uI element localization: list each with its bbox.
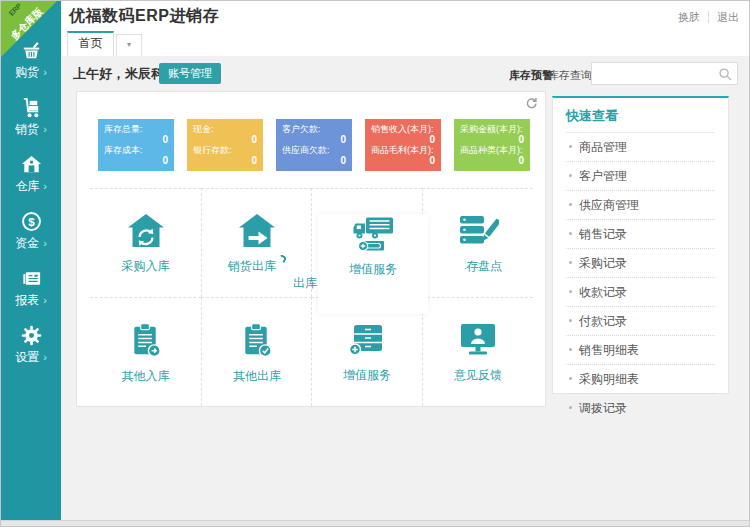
trolley-icon: [20, 96, 43, 119]
inventory-query-label: 库存查询: [548, 68, 592, 83]
funds-icon: $: [20, 210, 43, 233]
search-input[interactable]: [596, 64, 716, 83]
quick-view-item-customers[interactable]: 客户管理: [566, 162, 715, 191]
stat-label: 供应商欠款:: [282, 145, 346, 156]
chevron-right-icon: ›: [43, 237, 47, 249]
stat-value: 0: [282, 156, 346, 166]
quick-view-title: 快速查看: [566, 107, 715, 133]
quick-view-item-payments[interactable]: 付款记录: [566, 307, 715, 336]
quick-view-item-sales-records[interactable]: 销售记录: [566, 220, 715, 249]
quick-view-item-goods[interactable]: 商品管理: [566, 133, 715, 162]
shortcut-label: 销货出库: [228, 258, 276, 275]
chevron-right-icon: ›: [43, 180, 47, 192]
quick-view-item-suppliers[interactable]: 供应商管理: [566, 191, 715, 220]
quick-view-item-receipts[interactable]: 收款记录: [566, 278, 715, 307]
loading-spinner-icon: [277, 254, 288, 265]
sidebar-item-label: 设置: [15, 350, 39, 364]
drawers-plus-icon: [346, 322, 388, 358]
quick-view-item-transfer-records[interactable]: 调拨记录: [566, 394, 715, 422]
shortcut-label: 其他出库: [233, 368, 281, 385]
clipboard-out-icon: [239, 322, 275, 359]
chevron-right-icon: ›: [43, 66, 47, 78]
bullet-dot-icon: [569, 377, 572, 380]
stat-value: 0: [460, 135, 524, 145]
svg-text:$: $: [28, 216, 35, 228]
stat-label: 现金:: [193, 124, 257, 135]
bullet-dot-icon: [569, 348, 572, 351]
stat-value: 0: [282, 135, 346, 145]
tab-bar: 首页 ▾: [61, 31, 749, 56]
stat-value: 0: [193, 135, 257, 145]
footer-strip: [1, 520, 749, 526]
stocktake-icon: [457, 213, 499, 249]
content-area: 上午好，米辰科技 账号管理 库存预警 库存查询 库存总量: 0 库存成本:: [61, 56, 749, 520]
stat-label: 库存成本:: [104, 145, 168, 156]
quick-view-item-purchase-detail[interactable]: 采购明细表: [566, 365, 715, 394]
stat-label: 销售收入(本月):: [371, 124, 435, 135]
chevron-right-icon: ›: [43, 294, 47, 306]
bullet-dot-icon: [569, 290, 572, 293]
sidebar-item-settings[interactable]: 设置›: [1, 324, 61, 381]
tab-dropdown-caret-icon[interactable]: ▾: [116, 34, 142, 56]
sidebar-item-label: 资金: [15, 236, 39, 250]
topbar: 优福数码ERP进销存 换肤退出: [61, 1, 749, 31]
sidebar-item-reports[interactable]: 报表›: [1, 267, 61, 324]
erp-window: 购货› 销货› 仓库›: [0, 0, 750, 527]
stat-value: 0: [104, 135, 168, 145]
gear-icon: [20, 324, 43, 347]
tab-home[interactable]: 首页: [67, 31, 114, 56]
shortcut-feedback[interactable]: 意见反馈: [422, 297, 533, 406]
stat-card-receivables: 客户欠款: 0 供应商欠款: 0: [276, 119, 352, 171]
sidebar-item-label: 销货: [15, 122, 39, 136]
feedback-monitor-icon: [457, 322, 499, 358]
stat-value: 0: [104, 156, 168, 166]
sidebar-item-label: 报表: [15, 293, 39, 307]
bullet-dot-icon: [569, 406, 572, 409]
stat-label: 客户欠款:: [282, 124, 346, 135]
account-manage-button[interactable]: 账号管理: [159, 63, 221, 84]
stat-label: 银行存款:: [193, 145, 257, 156]
stat-card-sales-month: 销售收入(本月): 0 商品毛利(本月): 0: [365, 119, 441, 171]
bullet-dot-icon: [569, 261, 572, 264]
house-inbound-icon: [125, 213, 167, 249]
house-outbound-icon: [236, 213, 278, 249]
logout-link[interactable]: 退出: [708, 11, 739, 23]
bullet-dot-icon: [569, 203, 572, 206]
stat-value: 0: [371, 135, 435, 145]
truck-icon: [350, 216, 396, 254]
shortcut-purchase-inbound[interactable]: 采购入库: [90, 188, 201, 297]
sidebar-item-sales[interactable]: 销货›: [1, 96, 61, 153]
stat-label: 商品种类(本月):: [460, 145, 524, 156]
bullet-dot-icon: [569, 319, 572, 322]
bullet-dot-icon: [569, 145, 572, 148]
stat-cards: 库存总量: 0 库存成本: 0 现金: 0 银行存款: 0 客户欠款: 0 供应…: [98, 119, 530, 171]
stat-value: 0: [460, 156, 524, 166]
sidebar-item-funds[interactable]: $ 资金›: [1, 210, 61, 267]
page-title: 优福数码ERP进销存: [69, 6, 219, 27]
bullet-dot-icon: [569, 232, 572, 235]
stat-card-purchase-month: 采购金额(本月): 0 商品种类(本月): 0: [454, 119, 530, 171]
shortcut-other-inbound[interactable]: 其他入库: [90, 297, 201, 406]
stat-label: 采购金额(本月):: [460, 124, 524, 135]
ghost-outbound-text: 出库: [293, 275, 317, 292]
sidebar-item-warehouse[interactable]: 仓库›: [1, 153, 61, 210]
quick-view-list: 商品管理 客户管理 供应商管理 销售记录 采购记录 收款记录 付款记录 销售明细…: [566, 133, 715, 422]
chevron-right-icon: ›: [43, 351, 47, 363]
quick-view-item-purchase-records[interactable]: 采购记录: [566, 249, 715, 278]
shortcut-label: 其他入库: [122, 368, 170, 385]
inventory-search-box: [591, 62, 738, 85]
inventory-warning-link[interactable]: 库存预警: [509, 68, 553, 83]
shortcut-other-outbound[interactable]: 其他出库: [201, 297, 312, 406]
stat-card-inventory: 库存总量: 0 库存成本: 0: [98, 119, 174, 171]
report-icon: [20, 267, 43, 290]
quick-view-item-sales-detail[interactable]: 销售明细表: [566, 336, 715, 365]
change-skin-link[interactable]: 换肤: [678, 11, 700, 23]
sidebar-item-label: 仓库: [15, 179, 39, 193]
warehouse-icon: [20, 153, 43, 176]
chevron-right-icon: ›: [43, 123, 47, 135]
search-icon[interactable]: [718, 67, 733, 82]
clipboard-in-icon: [128, 322, 164, 359]
bullet-dot-icon: [569, 174, 572, 177]
refresh-icon[interactable]: [525, 97, 538, 110]
shortcut-value-added-floating[interactable]: 增值服务: [318, 214, 428, 314]
